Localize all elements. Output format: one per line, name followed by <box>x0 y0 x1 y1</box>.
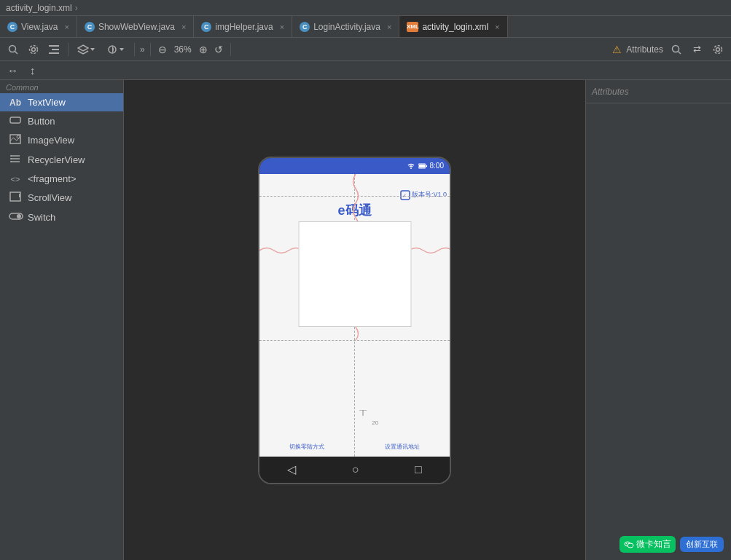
title-bar: activity_login.xml › <box>0 0 731 16</box>
indent-button[interactable] <box>45 43 63 56</box>
palette-item-scrollview[interactable]: ScrollView <box>0 188 123 208</box>
palette-item-fragment[interactable]: <> <fragment> <box>0 170 123 188</box>
tab-close-1[interactable]: × <box>64 23 69 31</box>
tab-loginactivity-java[interactable]: C LoginActivity.java × <box>292 16 399 37</box>
toolbar-separator-3 <box>150 43 151 56</box>
tab-icon-1: C <box>7 22 17 32</box>
fragment-label: <fragment> <box>28 173 77 184</box>
svg-rect-29 <box>10 192 20 201</box>
svg-point-0 <box>9 45 16 52</box>
attr-search-button[interactable] <box>668 42 685 57</box>
palette-item-switch[interactable]: Switch <box>0 208 123 226</box>
button-icon <box>9 115 22 127</box>
attributes-panel: Attributes <box>585 80 731 560</box>
wechat-icon <box>624 540 634 550</box>
search-icon <box>8 44 18 55</box>
phone-content: ✓ 版本号:V1.0 e码通 <box>259 174 450 457</box>
tab-close-5[interactable]: × <box>495 23 499 31</box>
watermark: 微卡知言 创新互联 <box>619 536 724 553</box>
svg-line-8 <box>78 51 83 54</box>
tab-showwebview-java[interactable]: C ShowWebView.java × <box>77 16 194 37</box>
app-title: e码通 <box>337 202 371 219</box>
dropdown-arrow-icon <box>89 46 96 53</box>
attr-settings-button[interactable] <box>709 42 727 57</box>
title-text: activity_login.xml <box>6 3 72 13</box>
tab-label-2: ShowWebView.java <box>98 22 175 32</box>
arrow-up-down-button[interactable]: ↕ <box>27 64 39 76</box>
svg-point-2 <box>32 47 36 51</box>
imageview-label: ImageView <box>28 135 74 146</box>
switch-label: Switch <box>28 212 55 223</box>
attr-search-icon <box>671 44 681 55</box>
toolbar-separator-4 <box>230 43 231 56</box>
svg-point-42 <box>626 543 628 544</box>
tab-bar: C View.java × C ShowWebView.java × C img… <box>0 16 731 38</box>
fragment-icon: <> <box>9 175 22 184</box>
zoom-fit-button[interactable]: ↺ <box>212 44 225 55</box>
svg-point-3 <box>30 45 38 53</box>
zoom-in-button[interactable]: ⊕ <box>197 44 210 55</box>
tab-imghelper-java[interactable]: C imgHelper.java × <box>194 16 292 37</box>
bottom-link-left: 切换零陆方式 <box>289 443 324 451</box>
theme-icon <box>106 44 118 55</box>
svg-point-27 <box>10 158 12 159</box>
attr-sync-button[interactable]: ⇄ <box>689 42 705 57</box>
tab-icon-4: C <box>300 22 310 32</box>
zoom-percentage: 36% <box>171 44 195 55</box>
bottom-links: 切换零陆方式 设置通讯地址 <box>259 443 450 451</box>
palette-section-label: Common <box>0 80 123 93</box>
tab-close-4[interactable]: × <box>387 23 391 31</box>
recyclerview-icon <box>9 154 22 166</box>
button-label: Button <box>28 116 55 127</box>
svg-marker-12 <box>120 48 124 51</box>
svg-point-15 <box>716 47 720 51</box>
tab-view-java[interactable]: C View.java × <box>0 16 77 37</box>
settings-button[interactable] <box>25 42 42 57</box>
palette-item-button[interactable]: Button <box>0 111 123 130</box>
svg-rect-6 <box>49 52 59 54</box>
svg-point-26 <box>10 155 12 157</box>
attributes-header: Attributes <box>586 80 731 103</box>
palette-item-recyclerview[interactable]: RecyclerView <box>0 150 123 170</box>
version-badge: ✓ 版本号:V1.0 <box>400 190 447 200</box>
palette-item-textview[interactable]: Ab TextView <box>0 93 123 111</box>
svg-point-16 <box>714 45 722 53</box>
wechat-label: 微卡知言 <box>636 538 671 551</box>
phone-time: 8:00 <box>430 162 444 170</box>
tab-label-3: imgHelper.java <box>215 22 273 32</box>
switch-icon <box>9 211 22 223</box>
nav-recent-button: □ <box>415 463 422 476</box>
layers-icon <box>77 44 89 55</box>
recyclerview-label: RecyclerView <box>28 154 85 165</box>
measure-value: 20 <box>372 419 378 426</box>
brand-label: 创新互联 <box>686 540 718 548</box>
svg-point-13 <box>673 45 679 52</box>
toolbar: » ⊖ 36% ⊕ ↺ ⚠ Attributes ⇄ <box>0 38 731 61</box>
textview-icon: Ab <box>9 98 22 108</box>
svg-rect-5 <box>52 49 59 50</box>
zoom-control: ⊖ 36% ⊕ ↺ <box>156 44 225 55</box>
arrow-left-right-button[interactable]: ↔ <box>4 64 21 76</box>
tab-label-4: LoginActivity.java <box>313 22 380 32</box>
tab-label-5: activity_login.xml <box>422 22 488 32</box>
wifi-icon <box>407 162 415 170</box>
palette-item-imageview[interactable]: ImageView <box>0 130 123 150</box>
imageview-icon <box>9 134 22 146</box>
tab-close-3[interactable]: × <box>280 23 284 31</box>
tab-activity-login-xml[interactable]: XML activity_login.xml × <box>399 16 507 37</box>
svg-rect-17 <box>10 117 20 123</box>
nav-home-button: ○ <box>352 463 359 476</box>
svg-point-32 <box>17 214 21 218</box>
theme-button[interactable] <box>103 42 129 57</box>
dropdown-arrow-icon2 <box>118 46 125 53</box>
tab-close-2[interactable]: × <box>181 23 186 31</box>
svg-rect-34 <box>426 165 427 167</box>
layers-button[interactable] <box>74 42 100 57</box>
search-button[interactable] <box>4 42 22 57</box>
toolbar-separator-1 <box>68 43 69 56</box>
svg-rect-30 <box>19 194 20 197</box>
zoom-out-button[interactable]: ⊖ <box>156 44 169 55</box>
gear-icon <box>28 44 39 55</box>
battery-icon <box>418 162 427 170</box>
svg-marker-10 <box>90 48 95 51</box>
